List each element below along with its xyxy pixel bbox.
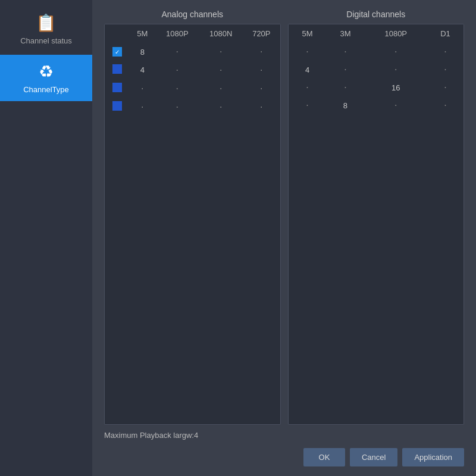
analog-row-4-checkbox[interactable] (112, 101, 122, 111)
digital-col-5m-header: 5M (289, 24, 327, 43)
application-button[interactable]: Application (402, 448, 464, 466)
digital-row-4-d1: · (427, 96, 464, 114)
analog-row-3: · · · · (105, 79, 280, 98)
digital-row-3-1080p: 16 (364, 79, 427, 96)
analog-table: 5M 1080P 1080N 720P 8 · (105, 24, 280, 116)
analog-row-3-720p: · (243, 79, 280, 98)
digital-channels-title: Digital channels (288, 10, 465, 19)
analog-row-1-checkbox[interactable] (112, 47, 122, 57)
analog-row-3-checkbox[interactable] (112, 83, 122, 92)
digital-row-1-d1: · (427, 43, 464, 61)
digital-header-row: 5M 3M 1080P D1 (289, 24, 464, 43)
digital-row-4-5m: · (289, 96, 327, 114)
digital-row-1-1080p: · (364, 43, 427, 61)
analog-row-2-1080n: · (199, 61, 243, 79)
analog-row-2-checkbox[interactable] (112, 64, 122, 74)
analog-col-720p-header: 720P (243, 24, 280, 43)
analog-row-2-1080p: · (155, 61, 199, 79)
digital-row-2-1080p: · (364, 61, 427, 79)
digital-row-4-3m: 8 (326, 96, 364, 114)
main-content: Analog channels 5M 1080P 1080N 720P (92, 0, 476, 476)
digital-table-container: 5M 3M 1080P D1 · · · · (288, 24, 465, 425)
analog-row-2-selector[interactable] (105, 61, 129, 79)
analog-header-row: 5M 1080P 1080N 720P (105, 24, 280, 43)
analog-row-2-5m: 4 (129, 61, 155, 79)
digital-row-2-d1: · (427, 61, 464, 79)
digital-row-3-5m: · (289, 79, 327, 96)
digital-row-3: · · 16 · (289, 79, 464, 96)
analog-row-1-1080n: · (199, 43, 243, 61)
channel-status-icon: 📋 (36, 13, 57, 33)
analog-row-1-5m: 8 (129, 43, 155, 61)
digital-row-1-5m: · (289, 43, 327, 61)
digital-row-2-5m: 4 (289, 61, 327, 79)
analog-col-1080n-header: 1080N (199, 24, 243, 43)
digital-row-1-3m: · (326, 43, 364, 61)
sidebar: 📋 Channel status ♻ ChannelType (0, 0, 92, 476)
footer: Maximum Playback largw:4 OK Cancel Appli… (104, 425, 464, 466)
analog-col-selector-header (105, 24, 129, 43)
analog-table-container: 5M 1080P 1080N 720P 8 · (104, 24, 281, 425)
analog-col-1080p-header: 1080P (155, 24, 199, 43)
sidebar-item-channel-status[interactable]: 📋 Channel status (0, 6, 92, 52)
analog-row-2-720p: · (243, 61, 280, 79)
analog-row-4-720p: · (243, 98, 280, 116)
analog-row-4-selector[interactable] (105, 98, 129, 116)
digital-row-2-3m: · (326, 61, 364, 79)
sidebar-item-channel-type[interactable]: ♻ ChannelType (0, 55, 92, 101)
max-playback-label: Maximum Playback largw:4 (104, 431, 464, 440)
analog-row-2: 4 · · · (105, 61, 280, 79)
analog-row-3-selector[interactable] (105, 79, 129, 98)
analog-row-4-1080n: · (199, 98, 243, 116)
analog-row-3-1080n: · (199, 79, 243, 98)
analog-row-4: · · · · (105, 98, 280, 116)
analog-row-4-5m: · (129, 98, 155, 116)
analog-row-4-1080p: · (155, 98, 199, 116)
digital-row-3-3m: · (326, 79, 364, 96)
digital-row-3-d1: · (427, 79, 464, 96)
digital-row-4-1080p: · (364, 96, 427, 114)
digital-row-2: 4 · · · (289, 61, 464, 79)
channel-type-icon: ♻ (39, 62, 54, 82)
digital-col-1080p-header: 1080P (364, 24, 427, 43)
analog-row-1-selector[interactable] (105, 43, 129, 61)
tables-row: Analog channels 5M 1080P 1080N 720P (104, 10, 464, 425)
digital-col-3m-header: 3M (326, 24, 364, 43)
analog-row-1-1080p: · (155, 43, 199, 61)
digital-row-1: · · · · (289, 43, 464, 61)
sidebar-item-channel-status-label: Channel status (20, 36, 72, 45)
analog-row-1-720p: · (243, 43, 280, 61)
analog-channel-section: Analog channels 5M 1080P 1080N 720P (104, 10, 281, 425)
ok-button[interactable]: OK (303, 448, 345, 466)
analog-channels-title: Analog channels (104, 10, 281, 19)
analog-row-1: 8 · · · (105, 43, 280, 61)
digital-col-d1-header: D1 (427, 24, 464, 43)
button-row: OK Cancel Application (104, 446, 464, 466)
analog-col-5m-header: 5M (129, 24, 155, 43)
digital-channel-section: Digital channels 5M 3M 1080P D1 · (288, 10, 465, 425)
analog-row-3-5m: · (129, 79, 155, 98)
digital-row-4: · 8 · · (289, 96, 464, 114)
sidebar-item-channel-type-label: ChannelType (23, 85, 69, 94)
cancel-button[interactable]: Cancel (350, 448, 397, 466)
digital-table: 5M 3M 1080P D1 · · · · (289, 24, 464, 114)
analog-row-3-1080p: · (155, 79, 199, 98)
